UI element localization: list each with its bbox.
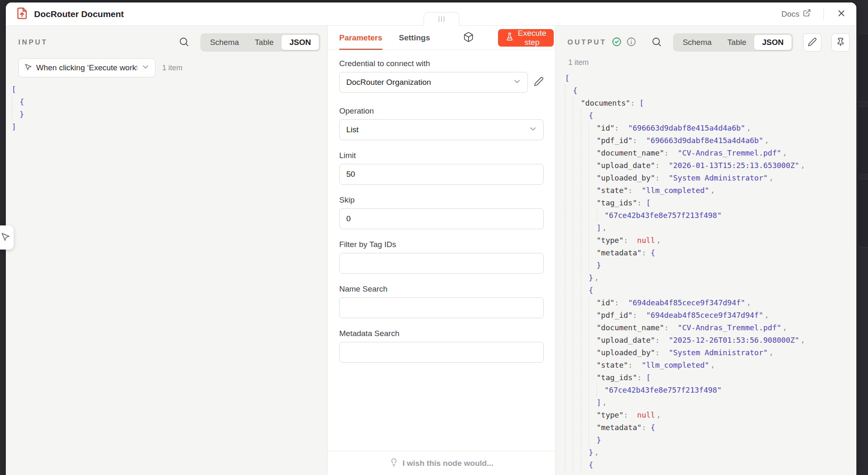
pencil-icon (808, 37, 817, 48)
output-tab-table[interactable]: Table (720, 35, 754, 50)
node-details-modal: DocRouter Document Docs INPUT (6, 2, 856, 475)
json-line: "tag_ids": [ (565, 197, 856, 209)
pin-data-button[interactable] (831, 33, 850, 52)
input-view-tabs: Schema Table JSON (200, 33, 321, 52)
input-tab-table[interactable]: Table (247, 35, 281, 50)
tab-parameters[interactable]: Parameters (339, 26, 382, 49)
json-line: } (565, 434, 856, 446)
field-label-metadata-search: Metadata Search (339, 329, 544, 338)
edit-output-button[interactable] (803, 33, 821, 52)
output-header: OUTPUT Schema Table (556, 26, 856, 52)
input-json-view: [{}] (6, 77, 327, 475)
close-icon (836, 8, 846, 20)
execute-step-label: Execute step (518, 29, 546, 47)
input-search-button[interactable] (178, 36, 190, 49)
field-control-row: DocRouter Organization (339, 72, 544, 93)
modal-main: INPUT Schema Table JSON (6, 26, 856, 475)
input-run-selector-label: When clicking ‘Execute workflo (36, 63, 137, 72)
input-run-selector[interactable]: When clicking ‘Execute workflo (18, 58, 155, 77)
close-button[interactable] (836, 8, 846, 20)
json-line: "type": null, (565, 409, 856, 421)
node-resource-button[interactable] (463, 32, 474, 44)
limit-input[interactable] (339, 164, 544, 185)
tab-settings[interactable]: Settings (399, 26, 430, 49)
header-divider (824, 9, 824, 20)
node-panel-header: Parameters Settings (328, 26, 555, 50)
json-line: "67ce42b43fe8e757f213f498" (565, 209, 856, 222)
field-label-limit: Limit (339, 151, 544, 160)
skip-input[interactable] (339, 208, 544, 229)
input-items-count: 1 item (162, 64, 182, 72)
search-icon (651, 36, 662, 49)
output-panel: OUTPUT Schema Table (556, 26, 856, 475)
filter-by-tag-ids-input[interactable] (339, 253, 544, 274)
json-line: "upload_date": "2026-01-13T15:25:13.6530… (565, 159, 856, 172)
json-line: "uploaded_by": "System Administrator", (565, 172, 856, 184)
field-filter-by-tag-ids: Filter by Tag IDs (339, 240, 544, 274)
docs-link[interactable]: Docs (782, 9, 811, 19)
pin-icon (836, 37, 845, 48)
output-tab-schema[interactable]: Schema (675, 35, 720, 50)
execute-previous-node-button[interactable] (0, 225, 14, 250)
output-items-row: 1 item (556, 52, 856, 67)
input-tab-json[interactable]: JSON (281, 35, 319, 50)
background-panel (857, 106, 868, 175)
mouse-pointer-icon (25, 63, 32, 73)
node-file-upload-icon (16, 7, 28, 21)
json-line: ] (12, 121, 327, 133)
input-tab-schema[interactable]: Schema (202, 35, 247, 50)
output-search-button[interactable] (651, 36, 662, 49)
field-credential-to-connect-with: Credential to connect withDocRouter Orga… (339, 59, 544, 93)
field-operation: OperationList (339, 106, 544, 140)
input-title: INPUT (18, 38, 48, 47)
credential-to-connect-with-value: DocRouter Organization (346, 78, 431, 87)
edit-credential-button[interactable] (534, 77, 544, 88)
json-line: }, (565, 446, 856, 459)
input-run-row: When clicking ‘Execute workflo 1 item (6, 52, 327, 77)
output-items-count: 1 item (568, 58, 589, 67)
node-feedback-hint[interactable]: I wish this node would... (328, 451, 555, 475)
node-feedback-hint-label: I wish this node would... (402, 459, 493, 468)
json-line: "metadata": { (565, 247, 856, 259)
json-line: "document_name": "CV-Andras_Tremmel.pdf"… (565, 147, 856, 159)
chevron-down-icon (528, 124, 538, 136)
operation-select[interactable]: List (339, 119, 544, 140)
chevron-down-icon (513, 77, 522, 88)
metadata-search-input[interactable] (339, 342, 544, 363)
mouse-pointer-icon (0, 232, 11, 243)
credential-to-connect-with-select[interactable]: DocRouter Organization (339, 72, 528, 93)
field-skip: Skip (339, 195, 544, 229)
json-line: "documents": [ (565, 97, 856, 109)
output-status-icons (612, 37, 636, 49)
json-line: } (12, 108, 327, 121)
node-title: DocRouter Document (34, 9, 124, 19)
field-metadata-search: Metadata Search (339, 329, 544, 363)
output-json-view: [{"documents": [{"id": "696663d9dabf8e41… (556, 67, 856, 475)
json-line: "state": "llm_completed", (565, 184, 856, 197)
json-line: [ (565, 72, 856, 84)
json-line: ], (565, 222, 856, 234)
json-line: "state": "llm_completed", (565, 359, 856, 371)
lightbulb-icon (390, 458, 398, 469)
json-line: { (565, 459, 856, 471)
field-limit: Limit (339, 151, 544, 185)
output-tab-json[interactable]: JSON (754, 35, 792, 50)
json-line: { (565, 109, 856, 122)
info-icon[interactable] (626, 37, 636, 49)
chevron-down-icon (141, 62, 150, 73)
name-search-input[interactable] (339, 297, 544, 318)
json-line: "pdf_id": "696663d9dabf8e415a4d4a6b", (565, 134, 856, 147)
search-icon (178, 36, 190, 49)
execute-step-button[interactable]: Execute step (498, 29, 554, 47)
docs-link-label: Docs (782, 10, 799, 19)
json-line: [ (12, 83, 327, 96)
json-line: { (565, 284, 856, 297)
panel-drag-handle[interactable] (424, 12, 459, 26)
json-line: "id": "694deab4f85cece9f347d94f", (565, 297, 856, 309)
cube-icon (463, 32, 474, 44)
flask-icon (506, 32, 514, 43)
json-line: "type": null, (565, 234, 856, 247)
field-name-search: Name Search (339, 285, 544, 318)
json-line: { (12, 96, 327, 108)
input-header: INPUT Schema Table JSON (6, 26, 327, 52)
